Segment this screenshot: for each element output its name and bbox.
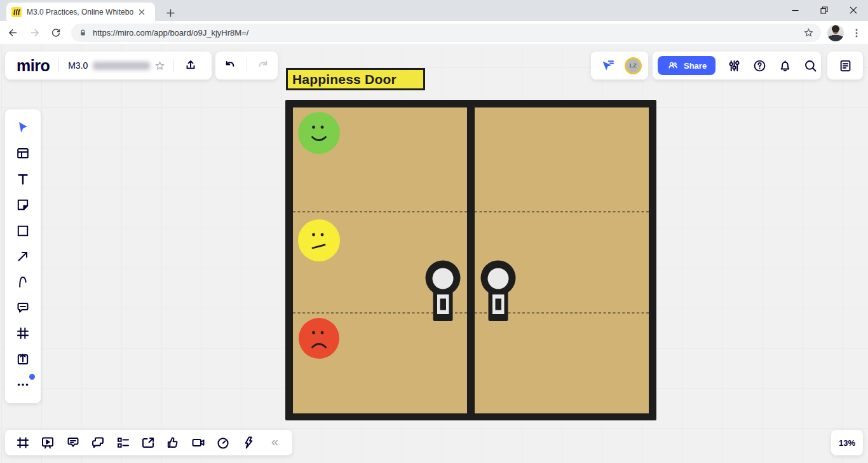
more-tools[interactable] bbox=[14, 376, 32, 394]
notes-card bbox=[827, 52, 863, 79]
zoom-indicator[interactable]: 13% bbox=[831, 430, 863, 455]
cursor-icon bbox=[15, 120, 31, 135]
redo-button[interactable] bbox=[253, 55, 273, 76]
timer-icon bbox=[215, 435, 231, 450]
undo-icon bbox=[223, 59, 237, 73]
tab-title: M3.0 Practices, Online Whiteboa bbox=[27, 8, 133, 17]
board-settings-button[interactable] bbox=[724, 55, 744, 76]
chat-icon bbox=[90, 435, 105, 450]
shape-tool[interactable] bbox=[14, 222, 32, 240]
search-button[interactable] bbox=[800, 55, 820, 76]
board-canvas[interactable]: Happiness Door bbox=[0, 45, 868, 463]
arrow-icon bbox=[15, 249, 31, 264]
share-label: Share bbox=[684, 61, 707, 71]
shape-icon bbox=[15, 223, 31, 238]
cards-button[interactable] bbox=[111, 432, 135, 453]
user-avatar[interactable]: LZ bbox=[625, 57, 642, 74]
frames-icon bbox=[15, 435, 31, 450]
notifications-button[interactable] bbox=[775, 55, 795, 76]
miro-favicon bbox=[11, 7, 22, 17]
chat-button[interactable] bbox=[85, 432, 110, 453]
reactions-button[interactable] bbox=[161, 432, 186, 453]
frames-panel-button[interactable] bbox=[10, 432, 35, 453]
favorite-star-icon[interactable] bbox=[154, 60, 166, 72]
comment-tool[interactable] bbox=[14, 299, 32, 317]
quick-actions-button[interactable] bbox=[236, 432, 261, 453]
timer-button[interactable] bbox=[211, 432, 236, 453]
browser-menu-kebab-icon[interactable] bbox=[848, 24, 865, 42]
upload-tool[interactable] bbox=[14, 350, 32, 368]
video-chat-button[interactable] bbox=[186, 432, 210, 453]
window-minimize-button[interactable] bbox=[780, 0, 810, 20]
collab-cursors-toggle[interactable] bbox=[597, 55, 618, 76]
happiness-door-shape[interactable] bbox=[285, 100, 656, 420]
text-tool[interactable] bbox=[14, 170, 32, 188]
happy-face[interactable] bbox=[298, 112, 340, 154]
presence-card: LZ bbox=[591, 52, 648, 79]
presentation-mode-button[interactable] bbox=[35, 432, 60, 453]
forward-button[interactable] bbox=[25, 24, 43, 42]
history-card bbox=[215, 52, 278, 79]
chevrons-left-icon bbox=[268, 436, 281, 449]
divider bbox=[58, 59, 59, 73]
undo-button[interactable] bbox=[220, 55, 240, 76]
creation-toolbar bbox=[5, 109, 41, 403]
notes-panel-button[interactable] bbox=[835, 55, 855, 76]
window-restore-button[interactable] bbox=[810, 0, 839, 20]
back-button[interactable] bbox=[4, 24, 22, 42]
redo-icon bbox=[256, 59, 270, 73]
new-feature-dot bbox=[29, 374, 35, 380]
help-button[interactable] bbox=[749, 55, 770, 76]
browser-profile-avatar[interactable] bbox=[827, 25, 844, 41]
bell-icon bbox=[778, 59, 792, 73]
collab-cursor-icon bbox=[600, 58, 615, 73]
comment-icon bbox=[15, 300, 31, 315]
ellipsis-icon bbox=[15, 377, 31, 392]
notes-icon bbox=[838, 59, 853, 73]
export-button[interactable] bbox=[180, 55, 201, 76]
screen: { "browser": { "tab_title": "M3.0 Practi… bbox=[0, 0, 868, 463]
thumbs-up-icon bbox=[165, 435, 180, 450]
miro-logo: miro bbox=[17, 57, 50, 75]
arrow-tool[interactable] bbox=[14, 247, 32, 265]
board-title[interactable]: M3.0 bbox=[68, 60, 88, 71]
frame-icon bbox=[15, 326, 31, 341]
browser-tab-bar: M3.0 Practices, Online Whiteboa bbox=[0, 0, 868, 21]
tab-close-icon[interactable] bbox=[136, 6, 147, 17]
zoom-level: 13% bbox=[839, 438, 855, 448]
collaboration-toolbar bbox=[5, 430, 292, 455]
upload-icon bbox=[15, 352, 31, 367]
sad-face[interactable] bbox=[299, 318, 339, 359]
share-button[interactable]: Share bbox=[658, 56, 715, 75]
screen-share-icon bbox=[140, 435, 156, 450]
window-close-button[interactable] bbox=[839, 0, 868, 20]
divider bbox=[247, 59, 247, 73]
divider bbox=[173, 59, 174, 73]
door-panel-right[interactable] bbox=[475, 107, 649, 413]
sticky-note-icon bbox=[15, 197, 31, 212]
bookmark-star-icon[interactable] bbox=[803, 27, 815, 39]
collapse-toolbar-button[interactable] bbox=[262, 432, 287, 453]
cards-icon bbox=[116, 435, 131, 450]
address-bar[interactable]: https://miro.com/app/board/o9J_kjyHr8M=/ bbox=[71, 24, 821, 42]
pen-tool[interactable] bbox=[14, 273, 32, 291]
neutral-face[interactable] bbox=[298, 219, 340, 261]
new-tab-button[interactable] bbox=[163, 5, 178, 20]
templates-icon bbox=[15, 146, 31, 161]
screen-share-button[interactable] bbox=[135, 432, 160, 453]
sliders-icon bbox=[727, 59, 742, 73]
text-icon bbox=[15, 172, 31, 187]
browser-navbar: https://miro.com/app/board/o9J_kjyHr8M=/ bbox=[0, 21, 868, 45]
browser-tab[interactable]: M3.0 Practices, Online Whiteboa bbox=[6, 3, 155, 21]
select-tool[interactable] bbox=[14, 119, 32, 137]
sticky-note-tool[interactable] bbox=[14, 196, 32, 214]
lightning-icon bbox=[241, 435, 256, 450]
comments-panel-button[interactable] bbox=[60, 432, 85, 453]
pen-icon bbox=[15, 274, 31, 289]
frame-tool[interactable] bbox=[14, 324, 32, 342]
help-icon bbox=[752, 59, 767, 73]
reload-button[interactable] bbox=[47, 24, 65, 42]
avatar-initials: LZ bbox=[630, 62, 637, 69]
happiness-door-title[interactable]: Happiness Door bbox=[286, 68, 425, 90]
templates-tool[interactable] bbox=[14, 144, 32, 162]
